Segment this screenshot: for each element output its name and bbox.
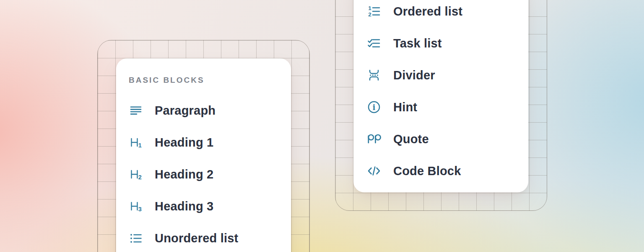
right-panel-item-list: 12Ordered listTask listDivideriHintQuote…: [367, 2, 528, 180]
menu-item-label: Task list: [393, 37, 442, 50]
menu-item-unordered-list[interactable]: Unordered list: [129, 229, 291, 247]
menu-item-label: Quote: [393, 132, 429, 146]
divider-icon: [367, 68, 381, 82]
menu-item-quote[interactable]: Quote: [367, 130, 528, 148]
menu-item-code-block[interactable]: Code Block: [367, 162, 528, 180]
code-block-icon: [367, 164, 381, 178]
menu-item-label: Heading 1: [155, 136, 213, 150]
editor-insert-menu-screen: { "colors": { "icon_accent": "#2f7b9e", …: [0, 0, 644, 252]
hint-icon: i: [367, 100, 381, 114]
svg-text:1: 1: [368, 5, 371, 11]
menu-item-paragraph[interactable]: Paragraph: [129, 101, 291, 120]
unordered-list-icon: [129, 231, 143, 245]
svg-text:i: i: [373, 103, 376, 112]
ordered-list-icon: 12: [367, 4, 381, 18]
svg-text:1: 1: [138, 142, 142, 149]
menu-item-label: Heading 3: [155, 200, 213, 213]
basic-blocks-menu-panel: BASIC BLOCKS Paragraph1Heading 12Heading…: [116, 58, 291, 252]
svg-text:3: 3: [138, 206, 142, 213]
section-title-basic-blocks: BASIC BLOCKS: [129, 76, 291, 85]
heading-3-icon: 3: [129, 199, 143, 213]
menu-item-label: Ordered list: [393, 5, 462, 18]
menu-item-divider[interactable]: Divider: [367, 66, 528, 84]
svg-text:2: 2: [368, 11, 371, 18]
menu-item-label: Code Block: [393, 164, 461, 178]
menu-item-heading-3[interactable]: 3Heading 3: [129, 197, 291, 215]
menu-item-task-list[interactable]: Task list: [367, 34, 528, 52]
svg-text:2: 2: [138, 174, 142, 181]
heading-1-icon: 1: [129, 135, 143, 150]
blocks-menu-panel-right: 12Ordered listTask listDivideriHintQuote…: [353, 0, 528, 192]
paragraph-icon: [129, 103, 143, 118]
menu-item-hint[interactable]: iHint: [367, 98, 528, 116]
menu-item-label: Heading 2: [155, 168, 213, 181]
menu-item-label: Unordered list: [155, 231, 238, 245]
quote-icon: [367, 132, 381, 146]
task-list-icon: [367, 36, 381, 50]
heading-2-icon: 2: [129, 167, 143, 181]
menu-item-heading-1[interactable]: 1Heading 1: [129, 133, 291, 152]
menu-item-label: Hint: [393, 100, 417, 114]
menu-item-ordered-list[interactable]: 12Ordered list: [367, 2, 528, 21]
basic-blocks-item-list: Paragraph1Heading 12Heading 23Heading 3U…: [129, 101, 291, 247]
menu-item-label: Divider: [393, 68, 435, 82]
menu-item-label: Paragraph: [155, 104, 216, 118]
menu-item-heading-2[interactable]: 2Heading 2: [129, 165, 291, 184]
